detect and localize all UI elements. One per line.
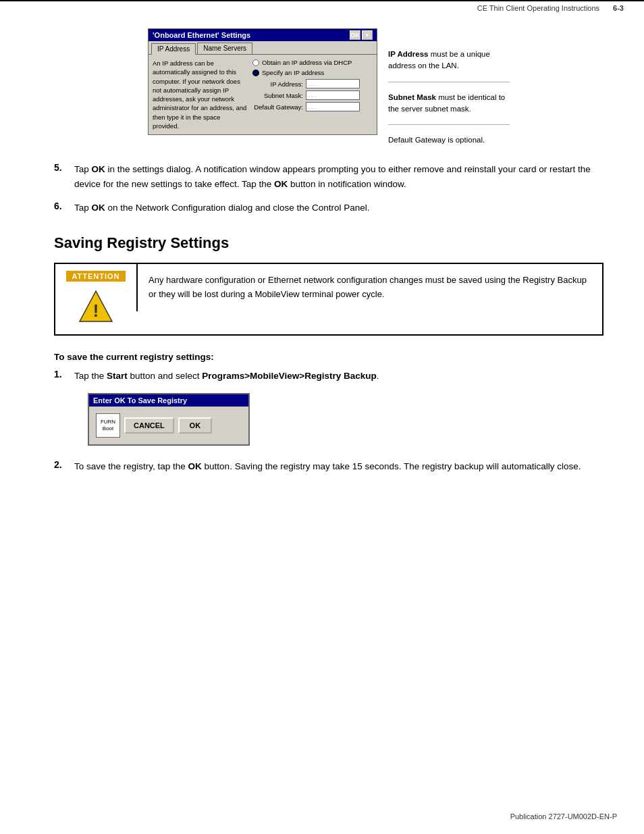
dialog-description: An IP address can be automatically assig…	[153, 59, 247, 130]
attention-badge: ATTENTION	[66, 271, 125, 282]
dialog-tabs: IP Address Name Servers	[149, 41, 377, 55]
field-ip-address: IP Address: . . .	[252, 79, 373, 88]
main-content: 'Onboard Ethernet' Settings OK × IP Addr…	[0, 22, 644, 491]
step-reg-1-text: Tap the Start button and select Programs…	[74, 369, 379, 384]
step-reg-1-num: 1.	[54, 369, 68, 384]
dialog-title-buttons: OK ×	[350, 30, 373, 40]
registry-save-dialog: Enter OK To Save Registry FURNBoot CANCE…	[88, 393, 250, 446]
cancel-button[interactable]: CANCEL	[124, 417, 174, 434]
registry-dialog-title: Enter OK To Save Registry	[89, 394, 248, 407]
attention-text: Any hardware configuration or Ethernet n…	[136, 264, 602, 311]
radio-dhcp-label: Obtain an IP address via DHCP	[262, 59, 352, 66]
ok-button[interactable]: OK	[178, 417, 212, 434]
attention-left: ATTENTION !	[55, 264, 136, 334]
header-page: 6-3	[613, 4, 624, 12]
field-gateway: Default Gateway: . . .	[252, 102, 373, 111]
svg-text:!: !	[93, 301, 99, 320]
registry-dialog-body: FURNBoot CANCEL OK	[89, 407, 248, 444]
dialog-body: An IP address can be automatically assig…	[149, 55, 377, 134]
field-ip-label: IP Address:	[252, 80, 303, 88]
step-reg-2-text: To save the registry, tap the OK button.…	[74, 459, 581, 474]
radio-specify-circle	[252, 70, 259, 76]
callout-divider-1	[388, 82, 510, 82]
registry-icon-text: FURNBoot	[101, 419, 115, 432]
radio-dhcp-circle	[252, 59, 259, 66]
footer: Publication 2727-UM002D-EN-P	[510, 812, 617, 820]
section-title: Saving Registry Settings	[54, 234, 603, 252]
field-subnet-input[interactable]: . . .	[306, 90, 360, 100]
registry-instructions: To save the current registry settings: 1…	[54, 352, 603, 473]
ethernet-settings-dialog: 'Onboard Ethernet' Settings OK × IP Addr…	[148, 28, 377, 135]
radio-dhcp[interactable]: Obtain an IP address via DHCP	[252, 59, 373, 66]
dialog-close-button[interactable]: ×	[362, 30, 373, 40]
field-gateway-label: Default Gateway:	[252, 103, 303, 111]
callouts: IP Address must be a unique address on t…	[388, 28, 510, 146]
field-gateway-input[interactable]: . . .	[306, 102, 360, 111]
attention-box: ATTENTION ! Any hardware configuration o…	[54, 263, 603, 336]
callout-ip: IP Address must be a unique address on t…	[388, 49, 510, 72]
dialog-ok-button[interactable]: OK	[350, 30, 360, 40]
step-6-text: Tap OK on the Network Configuration dial…	[74, 201, 370, 215]
field-subnet-mask: Subnet Mask: . . .	[252, 90, 373, 100]
field-ip-input[interactable]: . . .	[306, 79, 360, 88]
page-header: CE Thin Client Operating Instructions 6-…	[0, 0, 644, 15]
tab-name-servers[interactable]: Name Servers	[197, 43, 252, 54]
dialog-title: 'Onboard Ethernet' Settings	[153, 31, 250, 39]
step-6: 6. Tap OK on the Network Configuration d…	[54, 201, 603, 215]
header-text: CE Thin Client Operating Instructions	[477, 4, 599, 12]
dialog-title-bar: 'Onboard Ethernet' Settings OK ×	[149, 29, 377, 41]
radio-specify-label: Specify an IP address	[262, 69, 324, 76]
radio-specify[interactable]: Specify an IP address	[252, 69, 373, 76]
step-reg-2: 2. To save the registry, tap the OK butt…	[54, 459, 603, 474]
field-subnet-label: Subnet Mask:	[252, 92, 303, 99]
step-5: 5. Tap OK in the settings dialog. A noti…	[54, 162, 603, 191]
footer-text: Publication 2727-UM002D-EN-P	[510, 812, 617, 820]
warning-icon: !	[76, 287, 116, 328]
step-reg-2-num: 2.	[54, 459, 68, 474]
callout-subnet: Subnet Mask must be identical to the ser…	[388, 92, 510, 115]
dialog-container: 'Onboard Ethernet' Settings OK × IP Addr…	[148, 28, 510, 146]
callout-gateway: Default Gateway is optional.	[388, 134, 510, 146]
step-reg-1: 1. Tap the Start button and select Progr…	[54, 369, 603, 384]
dialog-right: Obtain an IP address via DHCP Specify an…	[252, 59, 373, 130]
steps-top: 5. Tap OK in the settings dialog. A noti…	[54, 162, 603, 215]
step-5-num: 5.	[54, 162, 68, 191]
registry-heading: To save the current registry settings:	[54, 352, 603, 362]
step-6-num: 6.	[54, 201, 68, 215]
step-5-text: Tap OK in the settings dialog. A notific…	[74, 162, 603, 191]
callout-divider-2	[388, 124, 510, 125]
dialog-section: 'Onboard Ethernet' Settings OK × IP Addr…	[54, 28, 603, 146]
tab-ip-address[interactable]: IP Address	[151, 43, 196, 55]
registry-icon: FURNBoot	[96, 413, 120, 438]
